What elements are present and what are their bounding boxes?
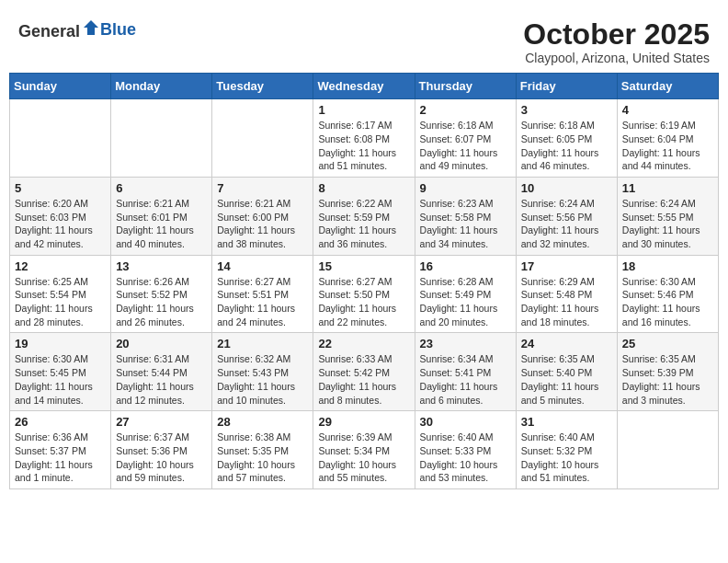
day-info: Sunrise: 6:18 AMSunset: 6:05 PMDaylight:… [521,119,612,173]
calendar-cell: 26Sunrise: 6:36 AMSunset: 5:37 PMDayligh… [10,411,111,489]
month-title: October 2025 [523,18,710,51]
calendar-cell: 31Sunrise: 6:40 AMSunset: 5:32 PMDayligh… [516,411,617,489]
day-number: 14 [217,259,308,273]
day-number: 23 [420,337,511,350]
day-info: Sunrise: 6:31 AMSunset: 5:44 PMDaylight:… [116,352,207,407]
calendar-cell: 13Sunrise: 6:26 AMSunset: 5:52 PMDayligh… [111,255,212,333]
day-number: 31 [521,415,612,429]
calendar-cell: 9Sunrise: 6:23 AMSunset: 5:58 PMDaylight… [415,177,516,255]
day-number: 1 [318,103,409,117]
calendar-cell: 10Sunrise: 6:24 AMSunset: 5:56 PMDayligh… [516,177,617,255]
logo-icon [82,18,100,37]
calendar-cell: 7Sunrise: 6:21 AMSunset: 6:00 PMDaylight… [212,177,313,255]
day-info: Sunrise: 6:24 AMSunset: 5:55 PMDaylight:… [622,197,713,251]
calendar-cell: 1Sunrise: 6:17 AMSunset: 6:08 PMDaylight… [313,99,415,178]
day-info: Sunrise: 6:36 AMSunset: 5:37 PMDaylight:… [15,431,106,485]
day-number: 28 [217,415,308,429]
day-number: 9 [420,181,511,195]
day-info: Sunrise: 6:27 AMSunset: 5:50 PMDaylight:… [318,275,409,329]
day-number: 30 [420,415,511,429]
calendar-cell: 28Sunrise: 6:38 AMSunset: 5:35 PMDayligh… [212,411,313,489]
day-info: Sunrise: 6:30 AMSunset: 5:46 PMDaylight:… [622,275,713,329]
day-number: 18 [622,259,713,273]
calendar-week-5: 26Sunrise: 6:36 AMSunset: 5:37 PMDayligh… [10,411,719,489]
page-header: General Blue October 2025 Claypool, Ariz… [9,9,719,73]
logo: General Blue [18,18,136,41]
day-number: 19 [15,337,106,350]
day-number: 15 [318,259,409,273]
calendar-cell: 2Sunrise: 6:18 AMSunset: 6:07 PMDaylight… [415,99,516,178]
weekday-header-monday: Monday [111,74,212,99]
calendar-cell: 24Sunrise: 6:35 AMSunset: 5:40 PMDayligh… [516,333,617,411]
calendar-cell: 11Sunrise: 6:24 AMSunset: 5:55 PMDayligh… [617,177,718,255]
calendar-cell [617,411,718,489]
title-area: October 2025 Claypool, Arizona, United S… [523,18,710,65]
calendar-cell: 15Sunrise: 6:27 AMSunset: 5:50 PMDayligh… [313,255,415,333]
logo-blue: Blue [100,20,136,39]
day-number: 22 [318,337,409,350]
weekday-header-friday: Friday [516,74,617,99]
day-info: Sunrise: 6:39 AMSunset: 5:34 PMDaylight:… [318,431,409,485]
day-info: Sunrise: 6:37 AMSunset: 5:36 PMDaylight:… [116,431,207,485]
weekday-header-wednesday: Wednesday [313,74,415,99]
calendar-week-4: 19Sunrise: 6:30 AMSunset: 5:45 PMDayligh… [10,333,719,411]
day-info: Sunrise: 6:40 AMSunset: 5:32 PMDaylight:… [521,431,612,485]
day-info: Sunrise: 6:35 AMSunset: 5:40 PMDaylight:… [521,352,612,407]
day-number: 20 [116,337,207,350]
calendar-cell: 17Sunrise: 6:29 AMSunset: 5:48 PMDayligh… [516,255,617,333]
calendar-cell: 3Sunrise: 6:18 AMSunset: 6:05 PMDaylight… [516,99,617,178]
day-number: 17 [521,259,612,273]
day-info: Sunrise: 6:19 AMSunset: 6:04 PMDaylight:… [622,119,713,173]
day-info: Sunrise: 6:34 AMSunset: 5:41 PMDaylight:… [420,352,511,407]
day-info: Sunrise: 6:21 AMSunset: 6:01 PMDaylight:… [116,197,207,251]
calendar-cell: 18Sunrise: 6:30 AMSunset: 5:46 PMDayligh… [617,255,718,333]
day-info: Sunrise: 6:18 AMSunset: 6:07 PMDaylight:… [420,119,511,173]
day-number: 6 [116,181,207,195]
calendar-cell [111,99,212,178]
day-number: 24 [521,337,612,350]
calendar-cell: 27Sunrise: 6:37 AMSunset: 5:36 PMDayligh… [111,411,212,489]
day-number: 16 [420,259,511,273]
calendar-cell: 29Sunrise: 6:39 AMSunset: 5:34 PMDayligh… [313,411,415,489]
day-info: Sunrise: 6:40 AMSunset: 5:33 PMDaylight:… [420,431,511,485]
svg-marker-0 [84,20,98,35]
day-number: 25 [622,337,713,350]
day-info: Sunrise: 6:25 AMSunset: 5:54 PMDaylight:… [15,275,106,329]
weekday-header-sunday: Sunday [10,74,111,99]
day-number: 11 [622,181,713,195]
day-info: Sunrise: 6:26 AMSunset: 5:52 PMDaylight:… [116,275,207,329]
calendar-cell: 12Sunrise: 6:25 AMSunset: 5:54 PMDayligh… [10,255,111,333]
calendar-cell: 6Sunrise: 6:21 AMSunset: 6:01 PMDaylight… [111,177,212,255]
weekday-header-thursday: Thursday [415,74,516,99]
day-info: Sunrise: 6:23 AMSunset: 5:58 PMDaylight:… [420,197,511,251]
day-info: Sunrise: 6:32 AMSunset: 5:43 PMDaylight:… [217,352,308,407]
day-info: Sunrise: 6:29 AMSunset: 5:48 PMDaylight:… [521,275,612,329]
calendar-cell: 23Sunrise: 6:34 AMSunset: 5:41 PMDayligh… [415,333,516,411]
day-number: 13 [116,259,207,273]
day-number: 26 [15,415,106,429]
day-number: 10 [521,181,612,195]
calendar-cell: 21Sunrise: 6:32 AMSunset: 5:43 PMDayligh… [212,333,313,411]
calendar-cell: 14Sunrise: 6:27 AMSunset: 5:51 PMDayligh… [212,255,313,333]
day-number: 27 [116,415,207,429]
weekday-header-saturday: Saturday [617,74,718,99]
day-number: 12 [15,259,106,273]
day-info: Sunrise: 6:24 AMSunset: 5:56 PMDaylight:… [521,197,612,251]
day-number: 21 [217,337,308,350]
calendar-cell [212,99,313,178]
calendar-cell: 8Sunrise: 6:22 AMSunset: 5:59 PMDaylight… [313,177,415,255]
calendar-cell: 30Sunrise: 6:40 AMSunset: 5:33 PMDayligh… [415,411,516,489]
calendar-table: SundayMondayTuesdayWednesdayThursdayFrid… [9,73,719,489]
calendar-cell: 5Sunrise: 6:20 AMSunset: 6:03 PMDaylight… [10,177,111,255]
day-info: Sunrise: 6:21 AMSunset: 6:00 PMDaylight:… [217,197,308,251]
day-info: Sunrise: 6:20 AMSunset: 6:03 PMDaylight:… [15,197,106,251]
day-info: Sunrise: 6:28 AMSunset: 5:49 PMDaylight:… [420,275,511,329]
calendar-cell: 25Sunrise: 6:35 AMSunset: 5:39 PMDayligh… [617,333,718,411]
day-number: 5 [15,181,106,195]
day-info: Sunrise: 6:27 AMSunset: 5:51 PMDaylight:… [217,275,308,329]
calendar-week-3: 12Sunrise: 6:25 AMSunset: 5:54 PMDayligh… [10,255,719,333]
calendar-cell: 16Sunrise: 6:28 AMSunset: 5:49 PMDayligh… [415,255,516,333]
day-number: 7 [217,181,308,195]
day-info: Sunrise: 6:17 AMSunset: 6:08 PMDaylight:… [318,119,409,173]
calendar-cell: 20Sunrise: 6:31 AMSunset: 5:44 PMDayligh… [111,333,212,411]
